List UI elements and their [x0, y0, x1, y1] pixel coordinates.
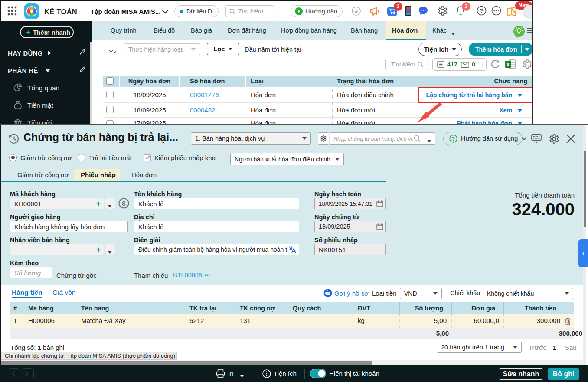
- svg-text:$: $: [122, 200, 126, 207]
- svg-text:?: ?: [480, 7, 483, 14]
- svg-text:X: X: [506, 62, 510, 67]
- svg-text:?: ?: [452, 136, 455, 142]
